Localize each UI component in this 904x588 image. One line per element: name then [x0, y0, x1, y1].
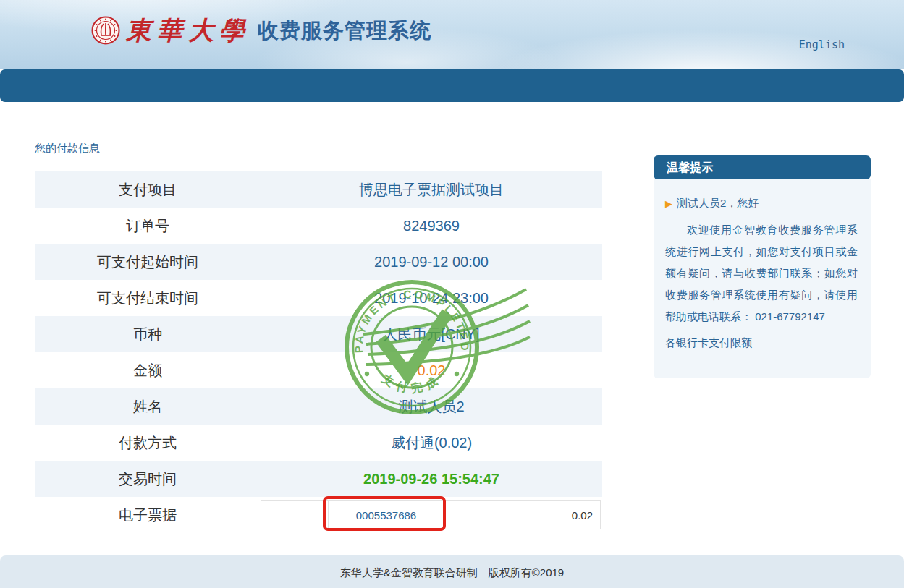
university-seal-icon — [91, 16, 120, 45]
row-label: 币种 — [35, 325, 261, 344]
row-label: 支付项目 — [35, 180, 261, 200]
order-number-value: 8249369 — [261, 218, 602, 234]
row-label: 付款方式 — [35, 433, 261, 453]
page-header: 東華大學 收费服务管理系统 English — [0, 0, 904, 69]
payment-info-title: 您的付款信息 — [35, 142, 100, 155]
row-label: 订单号 — [35, 216, 261, 236]
table-row: 交易时间 2019-09-26 15:54:47 — [35, 461, 602, 497]
university-name: 東華大學 — [126, 16, 250, 45]
payment-method-value: 威付通(0.02) — [261, 433, 602, 453]
table-row: 订单号 8249369 — [35, 208, 602, 244]
table-row: 金额 0.02 — [35, 352, 602, 388]
amount-value: 0.02 — [261, 362, 602, 379]
greeting-text: 测试人员2，您好 — [677, 197, 759, 210]
table-row-invoice: 电子票据 0005537686 0.02 — [35, 497, 602, 533]
row-label: 姓名 — [35, 397, 261, 417]
invoice-inner-table-wrap: 0005537686 0.02 — [261, 500, 602, 529]
triangle-right-icon: ▶ — [665, 199, 672, 208]
row-label: 可支付结束时间 — [35, 289, 261, 308]
row-label: 可支付起始时间 — [35, 252, 261, 272]
table-row: 付款方式 威付通(0.02) — [35, 425, 602, 461]
sidebar-help-text: 欢迎使用金智教育收费服务管理系统进行网上支付，如您对支付项目或金额有疑问，请与收… — [665, 219, 858, 328]
sidebar-tips: 温馨提示 ▶ 测试人员2，您好 欢迎使用金智教育收费服务管理系统进行网上支付，如… — [654, 155, 871, 378]
row-label: 金额 — [35, 361, 261, 380]
transaction-time-value: 2019-09-26 15:54:47 — [261, 471, 602, 487]
page-footer: 东华大学&金智教育联合研制 版权所有©2019 — [0, 555, 904, 588]
payer-name-value: 测试人员2 — [261, 397, 602, 417]
sidebar-tips-panel: ▶ 测试人员2，您好 欢迎使用金智教育收费服务管理系统进行网上支付，如您对支付项… — [654, 179, 871, 378]
invoice-inner-table: 0005537686 0.02 — [261, 500, 601, 529]
system-title: 收费服务管理系统 — [258, 16, 431, 45]
bank-card-limit-link[interactable]: 各银行卡支付限额 — [665, 332, 752, 354]
pay-end-time-value: 2019-10-24 23:00 — [261, 290, 602, 307]
row-label: 交易时间 — [35, 469, 261, 489]
invoice-empty-cell — [261, 501, 328, 529]
payment-item-value[interactable]: 博思电子票据测试项目 — [261, 180, 602, 200]
brand: 東華大學 收费服务管理系统 — [91, 16, 431, 45]
nav-bar — [0, 69, 904, 102]
table-row: 姓名 测试人员2 — [35, 388, 602, 425]
pay-start-time-value: 2019-09-12 00:00 — [261, 254, 602, 270]
row-label: 电子票据 — [35, 506, 261, 525]
sidebar-greeting: ▶ 测试人员2，您好 — [665, 197, 858, 210]
invoice-number-link[interactable]: 0005537686 — [328, 501, 444, 529]
invoice-amount-cell: 0.02 — [502, 501, 600, 529]
table-row: 支付项目 博思电子票据测试项目 — [35, 171, 602, 208]
sidebar-tips-title: 温馨提示 — [654, 155, 871, 179]
currency-value: 人民币元[CNY] — [261, 325, 602, 344]
invoice-empty-cell — [444, 501, 502, 529]
table-row: 可支付起始时间 2019-09-12 00:00 — [35, 244, 602, 280]
table-row: 币种 人民币元[CNY] — [35, 316, 602, 352]
payment-info-table: 支付项目 博思电子票据测试项目 订单号 8249369 可支付起始时间 2019… — [35, 171, 602, 533]
table-row: 可支付结束时间 2019-10-24 23:00 — [35, 280, 602, 316]
english-language-link[interactable]: English — [799, 38, 845, 51]
